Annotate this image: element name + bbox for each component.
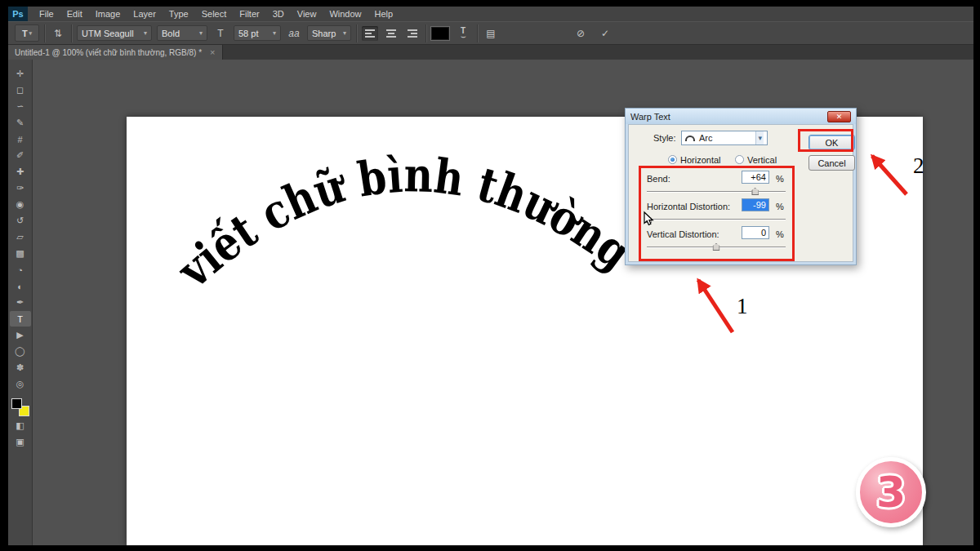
separator: [44, 24, 45, 42]
menu-item-window[interactable]: Window: [323, 7, 368, 21]
menu-item-filter[interactable]: Filter: [233, 7, 265, 21]
menu-item-type[interactable]: Type: [163, 7, 195, 21]
align-left-icon: [365, 29, 375, 38]
chevron-down-icon: ▾: [29, 30, 33, 37]
vertical-radio[interactable]: [735, 155, 744, 164]
separator: [71, 24, 72, 42]
photoshop-logo: Ps: [8, 7, 28, 21]
path-selection-tool[interactable]: ▶: [10, 327, 31, 343]
marquee-tool[interactable]: ◻: [10, 82, 31, 98]
chevron-down-icon: ▾: [144, 29, 147, 37]
font-size-dropdown[interactable]: 58 pt ▾: [234, 25, 281, 41]
color-swatches[interactable]: [11, 398, 30, 417]
menu-bar: Ps File Edit Image Layer Type Select Fil…: [8, 7, 973, 21]
menu-item-select[interactable]: Select: [195, 7, 234, 21]
menu-item-view[interactable]: View: [291, 7, 323, 21]
eyedropper-tool[interactable]: ✐: [10, 148, 31, 163]
tab-close-icon[interactable]: ×: [210, 47, 215, 57]
hand-tool[interactable]: ✽: [10, 360, 31, 375]
tool-preset-button[interactable]: T ▾: [15, 24, 39, 42]
chevron-down-icon: ▾: [273, 29, 276, 37]
menu-item-help[interactable]: Help: [368, 7, 400, 21]
step-number-2: 2: [913, 153, 924, 179]
quick-mask-button[interactable]: ◧: [10, 418, 31, 433]
separator: [356, 24, 357, 42]
text-color-swatch[interactable]: [431, 27, 449, 40]
anti-alias-icon: aa: [286, 25, 302, 42]
move-tool[interactable]: ✛: [10, 66, 31, 82]
style-dropdown[interactable]: Arc ▾: [681, 131, 768, 145]
cancel-edits-button[interactable]: ⊘: [572, 25, 589, 42]
brush-tool[interactable]: ✑: [10, 180, 31, 196]
quick-mask-icon: ◧: [16, 420, 24, 431]
text-orientation-button[interactable]: ⇅: [50, 25, 66, 42]
horizontal-radio[interactable]: [668, 155, 677, 164]
chevron-down-icon: ▾: [199, 29, 203, 37]
screen-mode-button[interactable]: ▣: [10, 434, 31, 450]
pen-tool[interactable]: ✒: [10, 295, 31, 310]
menu-item-file[interactable]: File: [33, 7, 60, 21]
checkmark-icon: ✓: [601, 28, 609, 39]
gradient-tool[interactable]: ▩: [10, 246, 31, 261]
font-style-value: Bold: [162, 29, 180, 38]
cancel-icon: ⊘: [577, 28, 585, 39]
eraser-tool[interactable]: ▱: [10, 229, 31, 245]
horizontal-radio-label: Horizontal: [680, 155, 721, 165]
highlight-box-ok: [798, 129, 853, 152]
text-orientation-icon: ⇅: [54, 28, 62, 39]
vertical-radio-label: Vertical: [747, 155, 777, 165]
font-size-icon: T: [212, 25, 229, 42]
options-bar: T ▾ ⇅ UTM Seagull ▾ Bold ▾ T 58 pt ▾ aa …: [8, 21, 973, 45]
document-tab[interactable]: Untitled-1 @ 100% (viết chữ bình thường,…: [8, 45, 223, 60]
tab-bar: Untitled-1 @ 100% (viết chữ bình thường,…: [8, 45, 973, 60]
menu-item-edit[interactable]: Edit: [60, 7, 89, 21]
clone-stamp-tool[interactable]: ◉: [10, 197, 31, 212]
font-family-value: UTM Seagull: [82, 29, 134, 38]
font-size-value: 58 pt: [238, 29, 258, 38]
align-right-button[interactable]: [404, 26, 421, 41]
document-tab-title: Untitled-1 @ 100% (viết chữ bình thường,…: [15, 48, 202, 57]
dialog-titlebar[interactable]: Warp Text ✕: [626, 109, 856, 124]
dodge-tool[interactable]: ◐: [10, 278, 31, 294]
healing-brush-tool[interactable]: ✚: [10, 164, 31, 180]
chevron-down-icon: ▾: [343, 29, 346, 37]
dialog-title: Warp Text: [630, 112, 670, 122]
step-number-3-badge: 3: [856, 457, 926, 527]
warped-text: viết chữ bình thường: [166, 147, 641, 299]
anti-alias-dropdown[interactable]: Sharp ▾: [307, 25, 351, 41]
cancel-button[interactable]: Cancel: [808, 155, 855, 171]
history-brush-tool[interactable]: ↺: [10, 213, 31, 229]
lasso-tool[interactable]: ∽: [10, 99, 31, 114]
separator: [425, 24, 426, 42]
anti-alias-value: Sharp: [312, 29, 336, 38]
crop-tool[interactable]: #: [10, 131, 31, 147]
screen-mode-icon: ▣: [16, 437, 24, 447]
panels-icon: ▤: [486, 28, 495, 39]
foreground-color-swatch[interactable]: [11, 398, 22, 409]
align-center-button[interactable]: [383, 26, 399, 41]
style-value: Arc: [699, 133, 713, 143]
arc-style-icon: [685, 136, 695, 141]
chevron-down-icon: ▾: [755, 131, 764, 144]
font-family-dropdown[interactable]: UTM Seagull ▾: [77, 25, 152, 41]
menu-item-3d[interactable]: 3D: [266, 7, 291, 21]
warp-text-button[interactable]: T ⌣: [454, 25, 472, 42]
commit-edits-button[interactable]: ✓: [597, 25, 613, 42]
menu-item-layer[interactable]: Layer: [127, 7, 163, 21]
font-style-dropdown[interactable]: Bold ▾: [157, 25, 207, 41]
toggle-panels-button[interactable]: ▤: [483, 25, 499, 42]
zoom-tool[interactable]: ◎: [10, 376, 31, 392]
blur-tool[interactable]: ◔: [10, 262, 31, 278]
shape-tool[interactable]: ◯: [10, 344, 31, 359]
type-tool[interactable]: T: [10, 311, 31, 327]
tools-palette: ✛ ◻ ∽ ✎ # ✐ ✚ ✑ ◉ ↺ ▱ ▩ ◔ ◐ ✒ T ▶ ◯ ✽ ◎ …: [8, 60, 33, 545]
close-icon[interactable]: ✕: [827, 111, 851, 122]
highlight-box-sliders: [639, 166, 795, 261]
align-left-button[interactable]: [362, 26, 378, 41]
separator: [477, 24, 478, 42]
quick-selection-tool[interactable]: ✎: [10, 115, 31, 131]
style-label: Style:: [653, 133, 676, 143]
menu-item-image[interactable]: Image: [89, 7, 127, 21]
commit-group: ⊘ ✓: [572, 25, 613, 42]
align-right-icon: [408, 29, 417, 38]
